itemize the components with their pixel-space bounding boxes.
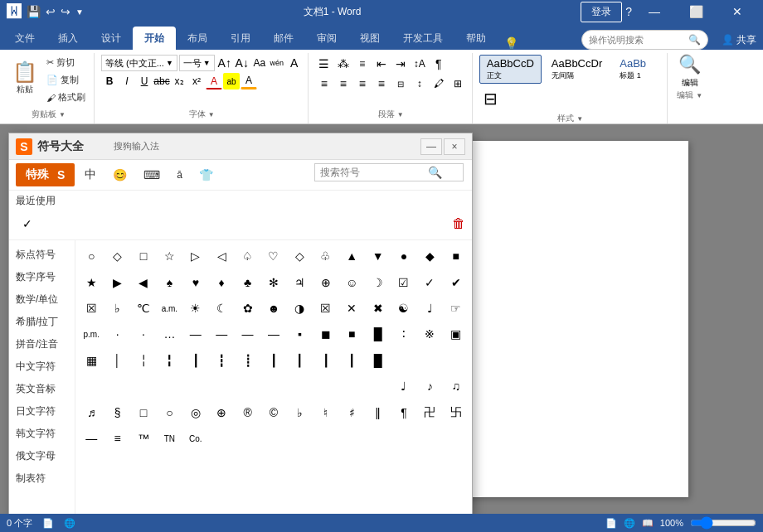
sym-pointing-right[interactable]: ☞ <box>444 296 469 321</box>
underline-button[interactable]: U <box>136 73 153 89</box>
recent-sym-empty-2[interactable] <box>66 212 89 235</box>
sym-sp3[interactable] <box>444 348 469 373</box>
tab-home[interactable]: 开始 <box>133 27 176 50</box>
sym-bar-thick5[interactable]: ┃ <box>339 348 364 373</box>
dialog-close-button[interactable]: × <box>444 138 465 155</box>
view-icon-print[interactable]: 📄 <box>605 518 617 529</box>
sym-ballot-box-check[interactable]: ☑ <box>391 269 416 294</box>
sym-bar-dashed2[interactable]: ╏ <box>157 348 182 373</box>
sym-sharp[interactable]: ♯ <box>339 399 364 424</box>
bullet-list-button[interactable]: ☰ <box>315 55 333 73</box>
sym-triangle-left[interactable]: ◁ <box>209 244 234 268</box>
save-icon[interactable]: 💾 <box>27 5 41 18</box>
cat-greek[interactable]: 希腊/拉丁 <box>9 311 75 333</box>
sym-am[interactable]: a.m. <box>157 296 182 321</box>
sym-flower[interactable]: ✿ <box>235 296 260 321</box>
quick-access-more[interactable]: ▼ <box>75 7 84 17</box>
sym-heavy-check[interactable]: ✔ <box>444 269 469 294</box>
tab-layout[interactable]: 布局 <box>176 27 219 50</box>
cat-tab-special[interactable]: 特殊 S <box>16 163 75 186</box>
recent-sym-empty-8[interactable] <box>215 212 238 235</box>
sym-square-md[interactable]: ◼ <box>313 322 338 346</box>
sym-sp7[interactable] <box>157 374 182 399</box>
sym-colon-dots[interactable]: ∶ <box>391 322 416 346</box>
help-icon[interactable]: ? <box>625 5 632 18</box>
sym-yin-yang[interactable]: ☯ <box>391 296 416 321</box>
sym-spade[interactable]: ♠ <box>157 269 182 294</box>
sym-sp1[interactable] <box>391 348 416 373</box>
cat-punctuation[interactable]: 标点符号 <box>9 244 75 266</box>
cat-tab-chinese[interactable]: 中 <box>78 164 103 186</box>
line-spacing-button[interactable]: ↕ <box>411 75 429 93</box>
sym-sp12[interactable] <box>287 374 312 399</box>
minimize-button[interactable]: — <box>635 0 673 23</box>
sym-dot-small[interactable]: · <box>104 322 129 346</box>
restore-button[interactable]: ⬜ <box>677 0 715 23</box>
sym-double-bar[interactable]: ‖ <box>365 399 390 424</box>
sym-tn[interactable]: TN <box>157 426 182 451</box>
sym-crescent[interactable]: ☽ <box>365 269 390 294</box>
sym-square-xl[interactable]: █ <box>365 322 390 346</box>
sym-copyright[interactable]: © <box>261 399 286 424</box>
copy-button[interactable]: 📄复制 <box>43 72 89 88</box>
sym-bar-thin[interactable]: │ <box>104 348 129 373</box>
ribbon-search-box[interactable]: 🔍 <box>581 30 708 50</box>
style-nospace-button[interactable]: AaBbCcDr无间隔 <box>544 55 610 84</box>
sym-grid2[interactable]: ▦ <box>79 348 104 373</box>
sym-co[interactable]: Co. <box>183 426 208 451</box>
sym-beamed-notes2[interactable]: ♬ <box>79 399 104 424</box>
sym-sp10[interactable] <box>235 374 260 399</box>
ribbon-search-input[interactable] <box>589 35 688 45</box>
decrease-font-button[interactable]: A↓ <box>234 55 250 71</box>
increase-indent-button[interactable]: ⇥ <box>391 55 410 73</box>
cat-chinese-sym[interactable]: 中文字符 <box>9 355 75 378</box>
sym-checkmark[interactable]: ✓ <box>417 269 442 294</box>
sym-beamed-notes[interactable]: ♫ <box>444 374 469 399</box>
sym-jupiter[interactable]: ♃ <box>287 269 312 294</box>
sym-bar-dashed[interactable]: ╎ <box>131 348 156 373</box>
recent-sym-empty-6[interactable] <box>165 212 188 235</box>
sym-em-dash[interactable]: — <box>183 322 208 346</box>
italic-button[interactable]: I <box>119 73 135 89</box>
sym-triangle-right[interactable]: ▷ <box>183 244 208 268</box>
recent-symbol-check[interactable]: ✓ <box>16 212 39 235</box>
sym-section[interactable]: § <box>104 399 129 424</box>
sym-circle-out[interactable]: ○ <box>157 399 182 424</box>
sym-sp8[interactable] <box>183 374 208 399</box>
sym-note[interactable]: ♩ <box>417 296 442 321</box>
zoom-slider[interactable] <box>690 516 756 530</box>
tab-design[interactable]: 设计 <box>90 27 133 50</box>
style-normal-button[interactable]: AaBbCcD正文 <box>479 55 542 84</box>
recent-sym-empty-4[interactable] <box>115 212 139 235</box>
align-right-button[interactable]: ≡ <box>353 75 372 93</box>
sym-star-outline[interactable]: ☆ <box>157 244 182 268</box>
recent-sym-empty-9[interactable] <box>240 212 263 235</box>
sym-dash3[interactable]: — <box>261 322 286 346</box>
sym-sp9[interactable] <box>209 374 234 399</box>
sym-block[interactable]: █ <box>365 348 390 373</box>
sym-square-out[interactable]: □ <box>131 399 156 424</box>
tab-developer[interactable]: 开发工具 <box>391 27 454 50</box>
dialog-minimize-button[interactable]: — <box>420 138 442 155</box>
sym-circle-half[interactable]: ◑ <box>287 296 312 321</box>
cat-phonetic[interactable]: 拼音/注音 <box>9 333 75 355</box>
sym-bullseye[interactable]: ◎ <box>183 399 208 424</box>
sym-diamond-outline[interactable]: ◇ <box>104 244 129 268</box>
multilevel-list-button[interactable]: ≡ <box>353 55 372 73</box>
superscript-button[interactable]: x² <box>188 73 205 89</box>
view-icon-web[interactable]: 🌐 <box>624 518 635 529</box>
cut-button[interactable]: ✂剪切 <box>43 55 89 70</box>
sym-heavy-x[interactable]: ✖ <box>365 296 390 321</box>
sym-dot-medium[interactable]: · <box>131 322 156 346</box>
sym-square-solid[interactable]: ■ <box>444 244 469 268</box>
recent-sym-empty-10[interactable] <box>265 212 288 235</box>
font-size-selector[interactable]: 一号▼ <box>179 55 215 71</box>
sym-diamond-outline2[interactable]: ◇ <box>287 244 312 268</box>
cat-math[interactable]: 数学/单位 <box>9 288 75 311</box>
sym-bar-thick2[interactable]: ┃ <box>261 348 286 373</box>
justify-button[interactable]: ≡ <box>372 75 391 93</box>
sym-pm[interactable]: p.m. <box>79 322 104 346</box>
format-painter-button[interactable]: 🖌格式刷 <box>43 89 89 105</box>
cat-russian[interactable]: 俄文字母 <box>9 445 75 467</box>
sym-club[interactable]: ♣ <box>235 269 260 294</box>
